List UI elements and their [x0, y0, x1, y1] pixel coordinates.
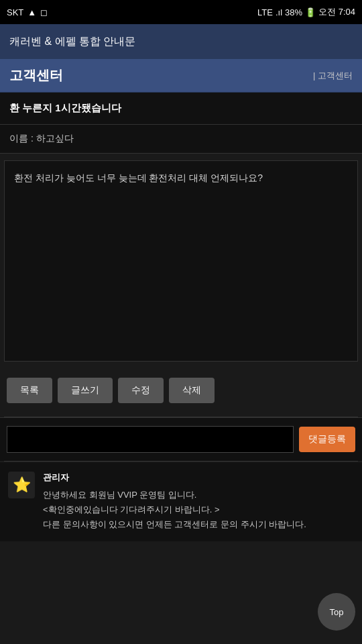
comments-list: ⭐ 관리자 안녕하세요 회원님 VVIP 운영팀 입니다. <확인중에있습니다 …: [0, 462, 362, 541]
status-right: LTE .ıl 38% 🔋 오전 7:04: [257, 6, 355, 18]
warning-icon: ▲: [27, 7, 36, 17]
delete-button[interactable]: 삭제: [169, 378, 215, 403]
network-label: LTE: [257, 7, 273, 17]
post-name-row: 이름 : 하고싶다: [0, 125, 362, 154]
signal-icon: ◻: [40, 7, 48, 17]
comment-submit-button[interactable]: 댓글등록: [299, 427, 355, 452]
comment-body-0: 관리자 안녕하세요 회원님 VVIP 운영팀 입니다. <확인중에있습니다 기다…: [43, 472, 306, 532]
write-button[interactable]: 글쓰기: [58, 378, 113, 403]
top-button[interactable]: Top: [318, 593, 355, 631]
post-subject-row: 환 누른지 1시간됐습니다: [0, 93, 362, 125]
post-body: 환전 처리가 늦어도 너무 늦는데 환전처리 대체 언제되나요?: [14, 172, 263, 183]
post-author: 이름 : 하고싶다: [9, 133, 74, 144]
carrier-label: SKT: [7, 7, 23, 17]
list-button[interactable]: 목록: [7, 378, 52, 403]
signal-bars-icon: .ıl: [276, 7, 282, 17]
top-nav-title: 캐러벤 & 에펠 통합 안내문: [9, 35, 135, 49]
post-body-area: 환전 처리가 늦어도 너무 늦는데 환전처리 대체 언제되나요?: [4, 160, 358, 362]
comment-entry-0: ⭐ 관리자 안녕하세요 회원님 VVIP 운영팀 입니다. <확인중에있습니다 …: [0, 462, 362, 541]
comment-input-area: 댓글등록: [0, 417, 362, 461]
status-bar: SKT ▲ ◻ LTE .ıl 38% 🔋 오전 7:04: [0, 0, 362, 24]
section-header: 고객센터 | 고객센터: [0, 59, 362, 93]
comment-input[interactable]: [7, 426, 294, 453]
time-label: 오전 7:04: [318, 6, 355, 18]
battery-label: 38%: [285, 7, 302, 17]
post-content: 환 누른지 1시간됐습니다 이름 : 하고싶다 환전 처리가 늦어도 너무 늦는…: [0, 93, 362, 541]
post-subject: 환 누른지 1시간됐습니다: [9, 102, 121, 113]
section-header-link: | 고객센터: [313, 70, 353, 82]
comment-text-0: 안녕하세요 회원님 VVIP 운영팀 입니다. <확인중에있습니다 기다려주시기…: [43, 488, 306, 532]
comment-author-0: 관리자: [43, 472, 306, 484]
status-left: SKT ▲ ◻: [7, 7, 48, 17]
edit-button[interactable]: 수정: [118, 378, 164, 403]
comment-avatar-0: ⭐: [8, 472, 35, 498]
top-nav: 캐러벤 & 에펠 통합 안내문: [0, 24, 362, 59]
battery-icon: 🔋: [305, 7, 316, 17]
section-header-title: 고객센터: [9, 66, 63, 85]
action-buttons-row: 목록 글쓰기 수정 삭제: [0, 368, 362, 417]
